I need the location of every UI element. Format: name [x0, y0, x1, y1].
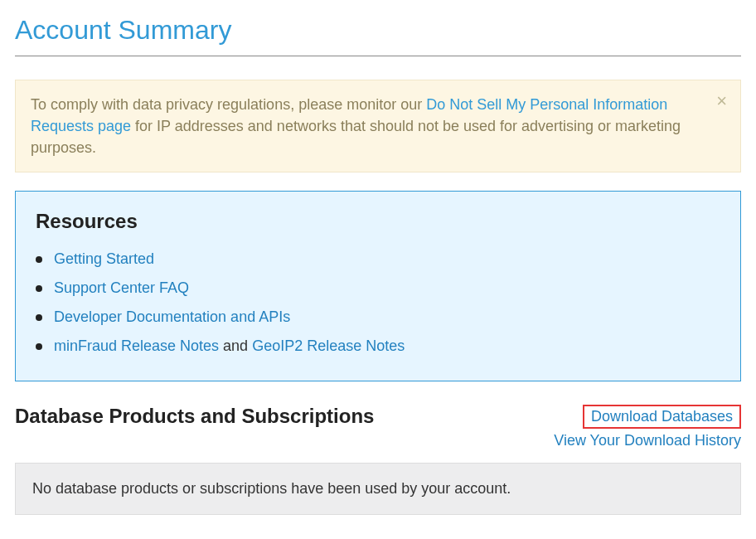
getting-started-link[interactable]: Getting Started: [54, 250, 154, 267]
minfraud-notes-link[interactable]: minFraud Release Notes: [54, 337, 219, 354]
download-databases-link[interactable]: Download Databases: [591, 408, 733, 425]
dev-docs-link[interactable]: Developer Documentation and APIs: [54, 308, 290, 325]
support-faq-link[interactable]: Support Center FAQ: [54, 279, 189, 296]
privacy-alert: To comply with data privacy regulations,…: [15, 80, 741, 172]
list-item: Getting Started: [36, 245, 720, 274]
database-empty-message: No database products or subscriptions ha…: [15, 463, 741, 515]
list-item: Support Center FAQ: [36, 274, 720, 303]
and-separator: and: [219, 337, 252, 354]
list-item: minFraud Release Notes and GeoIP2 Releas…: [36, 332, 720, 361]
page-title: Account Summary: [15, 0, 741, 56]
database-links: Download Databases View Your Download Hi…: [554, 405, 741, 449]
resources-list: Getting Started Support Center FAQ Devel…: [36, 245, 720, 361]
list-item: Developer Documentation and APIs: [36, 303, 720, 332]
resources-panel: Resources Getting Started Support Center…: [15, 191, 741, 381]
download-highlight-box: Download Databases: [583, 405, 741, 429]
close-icon[interactable]: ×: [716, 92, 727, 110]
database-heading: Database Products and Subscriptions: [15, 405, 374, 428]
download-history-link[interactable]: View Your Download History: [554, 432, 741, 449]
alert-text-before: To comply with data privacy regulations,…: [31, 96, 426, 113]
geoip2-notes-link[interactable]: GeoIP2 Release Notes: [252, 337, 405, 354]
resources-heading: Resources: [36, 210, 720, 233]
database-section-header: Database Products and Subscriptions Down…: [15, 405, 741, 449]
